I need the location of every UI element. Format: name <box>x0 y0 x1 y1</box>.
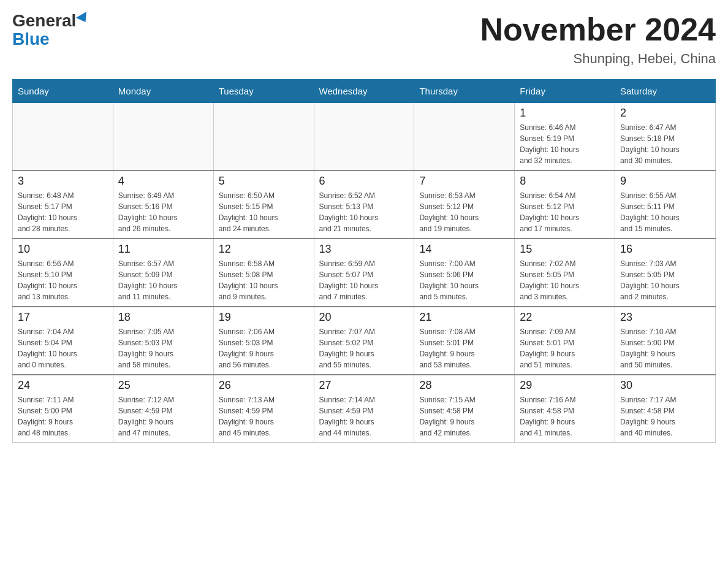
calendar-cell: 29Sunrise: 7:16 AMSunset: 4:58 PMDayligh… <box>515 375 615 443</box>
day-info: Sunrise: 7:13 AMSunset: 4:59 PMDaylight:… <box>219 394 309 439</box>
col-sunday: Sunday <box>13 80 113 103</box>
calendar-cell: 3Sunrise: 6:48 AMSunset: 5:17 PMDaylight… <box>13 170 113 239</box>
day-number: 25 <box>118 379 208 392</box>
calendar-cell: 21Sunrise: 7:08 AMSunset: 5:01 PMDayligh… <box>414 307 515 375</box>
calendar-cell: 26Sunrise: 7:13 AMSunset: 4:59 PMDayligh… <box>213 375 314 443</box>
day-info: Sunrise: 7:05 AMSunset: 5:03 PMDaylight:… <box>118 326 208 370</box>
calendar-cell: 12Sunrise: 6:58 AMSunset: 5:08 PMDayligh… <box>213 239 314 307</box>
day-info: Sunrise: 6:59 AMSunset: 5:07 PMDaylight:… <box>319 258 409 302</box>
calendar-cell: 14Sunrise: 7:00 AMSunset: 5:06 PMDayligh… <box>414 239 515 307</box>
calendar-cell: 23Sunrise: 7:10 AMSunset: 5:00 PMDayligh… <box>615 307 716 375</box>
day-info: Sunrise: 6:46 AMSunset: 5:19 PMDaylight:… <box>520 122 610 166</box>
calendar-cell: 5Sunrise: 6:50 AMSunset: 5:15 PMDaylight… <box>213 170 314 239</box>
calendar-week-1: 1Sunrise: 6:46 AMSunset: 5:19 PMDaylight… <box>13 103 716 171</box>
day-info: Sunrise: 7:04 AMSunset: 5:04 PMDaylight:… <box>18 326 108 370</box>
day-number: 26 <box>219 379 309 392</box>
day-number: 7 <box>419 175 509 188</box>
calendar-cell: 7Sunrise: 6:53 AMSunset: 5:12 PMDaylight… <box>414 170 515 239</box>
day-number: 27 <box>319 379 409 392</box>
day-number: 24 <box>18 379 108 392</box>
day-number: 10 <box>18 243 108 256</box>
calendar-cell: 22Sunrise: 7:09 AMSunset: 5:01 PMDayligh… <box>515 307 615 375</box>
day-info: Sunrise: 7:17 AMSunset: 4:58 PMDaylight:… <box>620 394 710 439</box>
calendar-week-4: 17Sunrise: 7:04 AMSunset: 5:04 PMDayligh… <box>13 307 716 375</box>
calendar-cell <box>414 103 515 171</box>
day-info: Sunrise: 6:48 AMSunset: 5:17 PMDaylight:… <box>18 190 108 234</box>
day-info: Sunrise: 7:16 AMSunset: 4:58 PMDaylight:… <box>520 394 610 439</box>
day-number: 19 <box>219 311 309 324</box>
day-number: 11 <box>118 243 208 256</box>
day-number: 22 <box>520 311 610 324</box>
day-number: 9 <box>620 175 710 188</box>
day-number: 16 <box>620 243 710 256</box>
day-info: Sunrise: 6:55 AMSunset: 5:11 PMDaylight:… <box>620 190 710 234</box>
calendar-table: Sunday Monday Tuesday Wednesday Thursday… <box>12 79 716 443</box>
calendar-cell: 17Sunrise: 7:04 AMSunset: 5:04 PMDayligh… <box>13 307 113 375</box>
logo-blue: Blue <box>12 29 50 49</box>
calendar-cell: 10Sunrise: 6:56 AMSunset: 5:10 PMDayligh… <box>13 239 113 307</box>
day-info: Sunrise: 7:15 AMSunset: 4:58 PMDaylight:… <box>419 394 509 439</box>
col-monday: Monday <box>113 80 213 103</box>
calendar-cell: 9Sunrise: 6:55 AMSunset: 5:11 PMDaylight… <box>615 170 716 239</box>
day-number: 28 <box>419 379 509 392</box>
calendar-cell: 24Sunrise: 7:11 AMSunset: 5:00 PMDayligh… <box>13 375 113 443</box>
calendar-cell <box>213 103 314 171</box>
day-number: 4 <box>118 175 208 188</box>
day-number: 5 <box>219 175 309 188</box>
day-info: Sunrise: 7:10 AMSunset: 5:00 PMDaylight:… <box>620 326 710 370</box>
calendar-cell: 25Sunrise: 7:12 AMSunset: 4:59 PMDayligh… <box>113 375 213 443</box>
calendar-cell <box>113 103 213 171</box>
day-number: 2 <box>620 107 710 120</box>
calendar-cell <box>13 103 113 171</box>
day-info: Sunrise: 7:00 AMSunset: 5:06 PMDaylight:… <box>419 258 509 302</box>
logo-general: General <box>12 12 76 29</box>
calendar-cell: 27Sunrise: 7:14 AMSunset: 4:59 PMDayligh… <box>314 375 414 443</box>
day-info: Sunrise: 6:52 AMSunset: 5:13 PMDaylight:… <box>319 190 409 234</box>
day-info: Sunrise: 7:12 AMSunset: 4:59 PMDaylight:… <box>118 394 208 439</box>
logo: General Blue <box>12 12 89 49</box>
calendar-cell: 16Sunrise: 7:03 AMSunset: 5:05 PMDayligh… <box>615 239 716 307</box>
header-row: Sunday Monday Tuesday Wednesday Thursday… <box>13 80 716 103</box>
day-number: 17 <box>18 311 108 324</box>
day-number: 18 <box>118 311 208 324</box>
day-number: 20 <box>319 311 409 324</box>
day-info: Sunrise: 7:07 AMSunset: 5:02 PMDaylight:… <box>319 326 409 370</box>
day-number: 3 <box>18 175 108 188</box>
day-info: Sunrise: 6:54 AMSunset: 5:12 PMDaylight:… <box>520 190 610 234</box>
day-info: Sunrise: 6:49 AMSunset: 5:16 PMDaylight:… <box>118 190 208 234</box>
calendar-cell: 28Sunrise: 7:15 AMSunset: 4:58 PMDayligh… <box>414 375 515 443</box>
day-number: 8 <box>520 175 610 188</box>
logo-triangle-icon <box>76 12 91 25</box>
calendar-cell: 2Sunrise: 6:47 AMSunset: 5:18 PMDaylight… <box>615 103 716 171</box>
day-info: Sunrise: 6:56 AMSunset: 5:10 PMDaylight:… <box>18 258 108 302</box>
day-info: Sunrise: 7:06 AMSunset: 5:03 PMDaylight:… <box>219 326 309 370</box>
day-number: 23 <box>620 311 710 324</box>
day-number: 29 <box>520 379 610 392</box>
day-info: Sunrise: 7:02 AMSunset: 5:05 PMDaylight:… <box>520 258 610 302</box>
day-number: 14 <box>419 243 509 256</box>
calendar-cell: 11Sunrise: 6:57 AMSunset: 5:09 PMDayligh… <box>113 239 213 307</box>
calendar-cell: 20Sunrise: 7:07 AMSunset: 5:02 PMDayligh… <box>314 307 414 375</box>
day-info: Sunrise: 7:09 AMSunset: 5:01 PMDaylight:… <box>520 326 610 370</box>
col-thursday: Thursday <box>414 80 515 103</box>
day-number: 15 <box>520 243 610 256</box>
day-info: Sunrise: 7:11 AMSunset: 5:00 PMDaylight:… <box>18 394 108 439</box>
calendar-cell: 6Sunrise: 6:52 AMSunset: 5:13 PMDaylight… <box>314 170 414 239</box>
day-number: 12 <box>219 243 309 256</box>
calendar-cell: 13Sunrise: 6:59 AMSunset: 5:07 PMDayligh… <box>314 239 414 307</box>
day-info: Sunrise: 6:47 AMSunset: 5:18 PMDaylight:… <box>620 122 710 166</box>
title-block: November 2024 Shunping, Hebei, China <box>480 12 716 67</box>
calendar-cell <box>314 103 414 171</box>
col-saturday: Saturday <box>615 80 716 103</box>
day-number: 13 <box>319 243 409 256</box>
calendar-cell: 18Sunrise: 7:05 AMSunset: 5:03 PMDayligh… <box>113 307 213 375</box>
day-info: Sunrise: 6:50 AMSunset: 5:15 PMDaylight:… <box>219 190 309 234</box>
calendar-cell: 8Sunrise: 6:54 AMSunset: 5:12 PMDaylight… <box>515 170 615 239</box>
calendar-cell: 1Sunrise: 6:46 AMSunset: 5:19 PMDaylight… <box>515 103 615 171</box>
day-number: 21 <box>419 311 509 324</box>
calendar-cell: 15Sunrise: 7:02 AMSunset: 5:05 PMDayligh… <box>515 239 615 307</box>
calendar-cell: 30Sunrise: 7:17 AMSunset: 4:58 PMDayligh… <box>615 375 716 443</box>
day-info: Sunrise: 7:08 AMSunset: 5:01 PMDaylight:… <box>419 326 509 370</box>
calendar-week-2: 3Sunrise: 6:48 AMSunset: 5:17 PMDaylight… <box>13 170 716 239</box>
day-number: 6 <box>319 175 409 188</box>
